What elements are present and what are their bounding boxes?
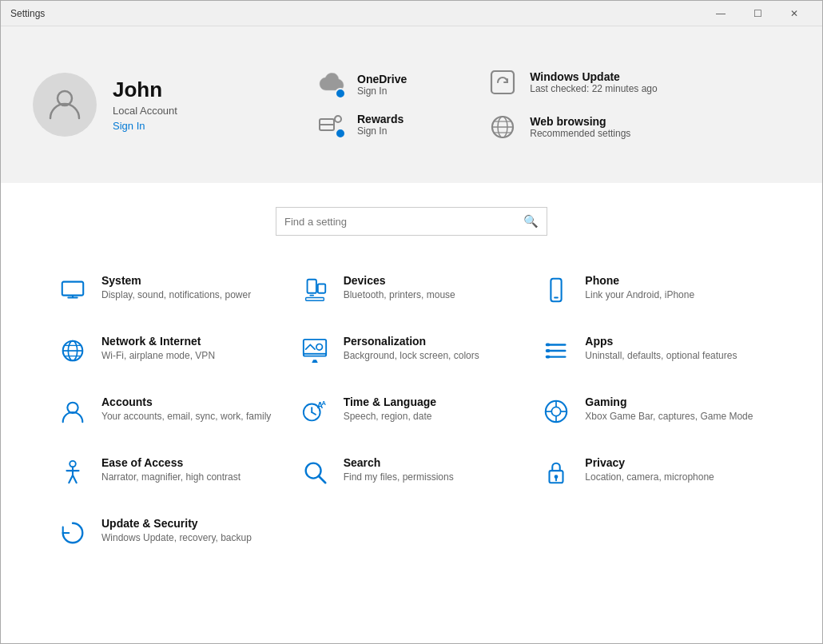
web-browsing-item[interactable]: Web browsing Recommended settings (487, 111, 657, 143)
personalization-desc: Background, lock screen, colors (344, 349, 479, 363)
svg-point-45 (70, 461, 76, 467)
windows-update-name: Windows Update (530, 70, 657, 83)
windows-update-item[interactable]: Windows Update Last checked: 22 minutes … (487, 66, 657, 98)
svg-line-48 (69, 475, 73, 483)
windows-update-sub: Last checked: 22 minutes ago (530, 83, 657, 94)
windows-update-text: Windows Update Last checked: 22 minutes … (530, 70, 657, 94)
gaming-setting[interactable]: Gaming Xbox Game Bar, captures, Game Mod… (532, 381, 774, 442)
update-security-icon (57, 517, 89, 549)
apps-icon (540, 335, 572, 367)
time-language-setting[interactable]: A A Time & Language Speech, region, date (291, 381, 533, 442)
time-language-icon: A A (299, 396, 331, 427)
title-bar: Settings — ☐ ✕ (1, 1, 822, 26)
gaming-icon (540, 396, 572, 427)
phone-setting[interactable]: Phone Link your Android, iPhone (532, 260, 774, 320)
search-bar: 🔍 (276, 207, 547, 236)
system-name: System (101, 274, 251, 287)
network-text: Network & Internet Wi-Fi, airplane mode,… (101, 335, 215, 363)
personalization-text: Personalization Background, lock screen,… (344, 335, 479, 363)
privacy-setting[interactable]: Privacy Location, camera, microphone (532, 442, 774, 503)
time-language-name: Time & Language (344, 396, 436, 408)
update-security-text: Update & Security Windows Update, recove… (101, 517, 252, 545)
update-security-setting[interactable]: Update & Security Windows Update, recove… (49, 503, 291, 563)
apps-setting[interactable]: Apps Uninstall, defaults, optional featu… (532, 320, 774, 381)
apps-desc: Uninstall, defaults, optional features (585, 349, 737, 363)
web-browsing-icon-wrap (487, 111, 519, 143)
user-icon (46, 85, 83, 125)
devices-icon (299, 274, 331, 306)
time-language-text: Time & Language Speech, region, date (344, 396, 436, 423)
apps-name: Apps (585, 335, 737, 348)
svg-rect-4 (491, 71, 514, 93)
privacy-name: Privacy (585, 456, 714, 469)
phone-text: Phone Link your Android, iPhone (585, 274, 694, 302)
onedrive-sub: Sign In (357, 85, 407, 97)
profile-section: John Local Account Sign In (33, 73, 241, 137)
update-security-desc: Windows Update, recovery, backup (101, 531, 252, 545)
maximize-button[interactable]: ☐ (739, 1, 776, 26)
windows-update-icon-wrap (487, 66, 519, 98)
web-browsing-icon (488, 113, 517, 141)
profile-signin-link[interactable]: Sign In (113, 120, 177, 132)
ease-of-access-text: Ease of Access Narrator, magnifier, high… (101, 456, 241, 484)
avatar (33, 73, 97, 137)
phone-name: Phone (585, 274, 694, 287)
system-setting[interactable]: System Display, sound, notifications, po… (49, 260, 291, 320)
search-setting[interactable]: Search Find my files, permissions (291, 442, 533, 503)
rewards-text: Rewards Sign In (357, 113, 404, 137)
info-section: Windows Update Last checked: 22 minutes … (487, 66, 657, 143)
settings-grid: System Display, sound, notifications, po… (1, 260, 822, 563)
update-security-name: Update & Security (101, 517, 252, 530)
apps-text: Apps Uninstall, defaults, optional featu… (585, 335, 737, 363)
search-icon: 🔍 (523, 214, 539, 229)
gaming-desc: Xbox Game Bar, captures, Game Mode (585, 410, 753, 423)
onedrive-icon-wrap (312, 69, 348, 101)
devices-setting[interactable]: Devices Bluetooth, printers, mouse (291, 260, 533, 320)
search-setting-text: Search Find my files, permissions (344, 456, 454, 484)
web-browsing-sub: Recommended settings (530, 128, 630, 139)
accounts-setting[interactable]: Accounts Your accounts, email, sync, wor… (49, 381, 291, 442)
profile-account-type: Local Account (113, 105, 177, 117)
accounts-name: Accounts (101, 396, 271, 408)
app-title: Settings (10, 8, 45, 19)
devices-name: Devices (344, 274, 455, 287)
ease-of-access-icon (57, 456, 89, 488)
phone-desc: Link your Android, iPhone (585, 288, 694, 302)
onedrive-item[interactable]: OneDrive Sign In (312, 69, 407, 101)
search-setting-icon (299, 456, 331, 488)
personalization-setting[interactable]: Personalization Background, lock screen,… (291, 320, 533, 381)
rewards-item[interactable]: Rewards Sign In (312, 109, 407, 141)
minimize-button[interactable]: — (702, 1, 739, 26)
search-input[interactable] (284, 216, 523, 228)
ease-of-access-desc: Narrator, magnifier, high contrast (101, 471, 241, 484)
close-button[interactable]: ✕ (776, 1, 813, 26)
web-browsing-text: Web browsing Recommended settings (530, 115, 630, 139)
ease-of-access-setting[interactable]: Ease of Access Narrator, magnifier, high… (49, 442, 291, 503)
svg-line-36 (312, 412, 316, 415)
search-section: 🔍 (1, 183, 822, 252)
onedrive-text: OneDrive Sign In (357, 73, 407, 97)
svg-text:A: A (321, 400, 326, 407)
privacy-text: Privacy Location, camera, microphone (585, 456, 714, 484)
windows-update-icon (488, 68, 517, 97)
onedrive-status-dot (335, 88, 346, 99)
network-desc: Wi-Fi, airplane mode, VPN (101, 349, 215, 363)
svg-point-3 (335, 116, 341, 122)
accounts-desc: Your accounts, email, sync, work, family (101, 410, 271, 423)
web-browsing-name: Web browsing (530, 115, 630, 128)
accounts-text: Accounts Your accounts, email, sync, wor… (101, 396, 271, 423)
network-icon (57, 335, 89, 367)
services-section: OneDrive Sign In Rewards Sign In (312, 69, 407, 141)
onedrive-name: OneDrive (357, 73, 407, 85)
profile-info: John Local Account Sign In (113, 78, 177, 131)
devices-text: Devices Bluetooth, printers, mouse (344, 274, 455, 302)
rewards-icon-wrap (312, 109, 348, 141)
svg-point-26 (316, 344, 323, 351)
network-name: Network & Internet (101, 335, 215, 348)
header-section: John Local Account Sign In OneDrive Sign… (1, 26, 822, 183)
network-setting[interactable]: Network & Internet Wi-Fi, airplane mode,… (49, 320, 291, 381)
rewards-name: Rewards (357, 113, 404, 125)
search-setting-name: Search (344, 456, 454, 469)
privacy-desc: Location, camera, microphone (585, 471, 714, 484)
svg-line-51 (318, 476, 325, 483)
